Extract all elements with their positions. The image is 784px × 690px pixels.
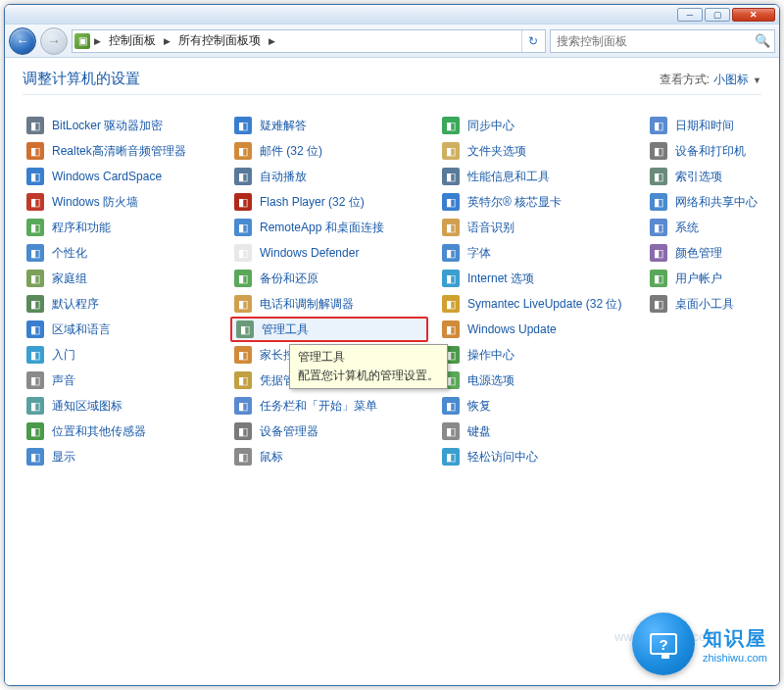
control-panel-item[interactable]: ◧声音 [23,368,220,393]
control-panel-item[interactable]: ◧管理工具 [230,317,428,342]
task-icon: ◧ [234,397,252,415]
prog-icon: ◧ [26,219,44,236]
sync-icon: ◧ [442,117,460,134]
chevron-down-icon[interactable]: ▼ [753,75,761,85]
control-panel-item[interactable]: ◧颜色管理 [646,240,761,266]
control-panel-item[interactable]: ◧桌面小工具 [646,291,761,317]
chevron-right-icon[interactable]: ▶ [92,36,103,46]
intel-icon: ◧ [442,193,460,211]
spk-icon: ◧ [26,142,44,160]
control-panel-item[interactable]: ◧Internet 选项 [438,266,636,291]
control-panel-item[interactable]: ◧日期和时间 [646,113,761,138]
control-panel-item[interactable]: ◧恢复 [438,393,636,419]
maximize-button[interactable]: ▢ [705,8,730,22]
control-panel-item[interactable]: ◧Windows Update [438,317,636,342]
tray-icon: ◧ [26,397,44,415]
control-panel-item[interactable]: ◧家庭组 [23,266,220,291]
item-label: Windows Update [467,322,557,336]
control-panel-item[interactable]: ◧鼠标 [230,444,428,469]
back-button[interactable]: ← [9,27,36,55]
control-panel-item[interactable]: ◧Windows Defender [230,240,428,266]
control-panel-item[interactable]: ◧文件夹选项 [438,138,636,164]
refresh-button[interactable]: ↻ [521,30,543,52]
control-panel-item[interactable]: ◧任务栏和「开始」菜单 [230,393,428,419]
control-panel-item[interactable]: ◧设备管理器 [230,419,428,444]
control-panel-item[interactable]: ◧系统 [646,215,761,240]
item-label: 日期和时间 [675,118,734,134]
breadcrumb-seg-2[interactable]: 所有控制面板项 [174,32,265,49]
window: ─ ▢ ✕ ← → ▣ ▶ 控制面板 ▶ 所有控制面板项 ▶ ↻ 🔍 调整计算机… [4,4,780,686]
control-panel-item[interactable]: ◧疑难解答 [230,113,428,138]
minimize-button[interactable]: ─ [677,8,703,22]
control-panel-item[interactable]: ◧邮件 (32 位) [230,138,428,164]
chevron-right-icon[interactable]: ▶ [162,36,172,46]
control-panel-item[interactable]: ◧Windows CardSpace [23,164,220,189]
control-panel-item[interactable]: ◧BitLocker 驱动器加密 [23,113,220,138]
auto-icon: ◧ [234,168,252,185]
forward-button[interactable]: → [40,27,68,55]
control-panel-item[interactable]: ◧默认程序 [23,291,220,317]
control-panel-item[interactable]: ◧电源选项 [438,368,636,393]
control-panel-item[interactable]: ◧操作中心 [438,342,636,368]
watermark-url: zhishiwu.com [703,652,767,664]
control-panel-item[interactable]: ◧电话和调制解调器 [230,291,428,317]
item-label: RemoteApp 和桌面连接 [260,220,384,236]
control-panel-item[interactable]: ◧设备和打印机 [646,138,761,164]
control-panel-item[interactable]: ◧Flash Player (32 位) [230,189,428,215]
admin-icon: ◧ [236,320,254,338]
item-label: Windows CardSpace [52,170,162,183]
control-panel-item[interactable]: ◧语音识别 [438,215,636,240]
control-panel-item[interactable]: ◧用户帐户 [646,266,761,291]
control-panel-item[interactable]: ◧RemoteApp 和桌面连接 [230,215,428,240]
perf-icon: ◧ [442,168,460,185]
wall-icon: ◧ [26,193,44,211]
lock-icon: ◧ [26,117,44,134]
breadcrumb[interactable]: ▣ ▶ 控制面板 ▶ 所有控制面板项 ▶ ↻ [72,29,546,53]
item-label: 设备管理器 [260,423,318,440]
view-by-value[interactable]: 小图标 [713,72,749,88]
control-panel-item[interactable]: ◧位置和其他传感器 [23,419,220,444]
view-by-control[interactable]: 查看方式: 小图标 ▼ [660,72,761,88]
mail-icon: ◧ [234,142,252,160]
control-panel-item[interactable]: ◧同步中心 [438,113,636,138]
control-panel-item[interactable]: ◧通知区域图标 [23,393,220,419]
control-panel-item[interactable]: ◧个性化 [23,240,220,266]
item-label: 声音 [52,372,75,389]
control-panel-item[interactable]: ◧入门 [23,342,220,368]
control-panel-item[interactable]: ◧显示 [23,444,220,469]
control-panel-item[interactable]: ◧Realtek高清晰音频管理器 [23,138,220,164]
control-panel-item[interactable]: ◧性能信息和工具 [438,164,636,189]
mouse-icon: ◧ [234,448,252,466]
control-panel-item[interactable]: ◧区域和语言 [23,317,220,342]
bak-icon: ◧ [234,270,252,287]
control-panel-item[interactable]: ◧字体 [438,240,636,266]
control-panel-item[interactable]: ◧Symantec LiveUpdate (32 位) [438,291,636,317]
item-label: 疑难解答 [260,118,307,134]
close-button[interactable]: ✕ [732,8,775,22]
page-title: 调整计算机的设置 [23,70,140,88]
ie-icon: ◧ [442,270,460,287]
control-panel-item[interactable]: ◧备份和还原 [230,266,428,291]
search-icon[interactable]: 🔍 [755,33,770,48]
chevron-right-icon[interactable]: ▶ [267,36,277,46]
item-label: 显示 [52,449,75,466]
item-label: 自动播放 [260,169,307,185]
breadcrumb-seg-1[interactable]: 控制面板 [105,32,160,49]
control-panel-item[interactable]: ◧英特尔® 核芯显卡 [438,189,636,215]
search-input[interactable] [555,33,755,49]
control-panel-item[interactable]: ◧轻松访问中心 [438,444,636,469]
control-panel-item[interactable]: ◧Windows 防火墙 [23,189,220,215]
item-label: 键盘 [467,423,491,440]
devmgr-icon: ◧ [234,422,252,440]
item-label: 通知区域图标 [52,398,122,415]
control-panel-item[interactable]: ◧键盘 [438,419,636,444]
control-panel-item[interactable]: ◧索引选项 [646,164,761,189]
control-panel-item[interactable]: ◧自动播放 [230,164,428,189]
item-label: 用户帐户 [675,271,722,287]
control-panel-item[interactable]: ◧网络和共享中心 [646,189,761,215]
control-panel-item[interactable]: ◧程序和功能 [23,215,220,240]
search-box[interactable]: 🔍 [550,29,775,53]
item-label: 入门 [52,347,75,364]
date-icon: ◧ [650,117,667,134]
item-label: 家庭组 [52,271,87,287]
